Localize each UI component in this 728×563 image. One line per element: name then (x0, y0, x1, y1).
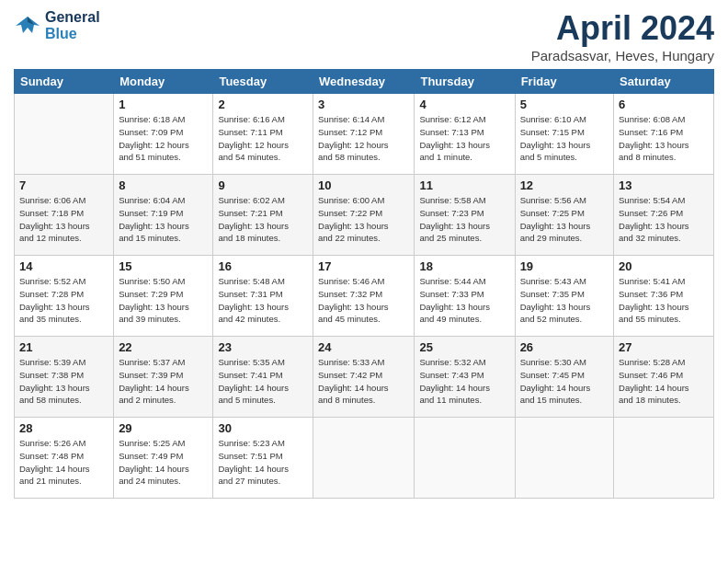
day-number: 30 (218, 421, 308, 435)
week-row-5: 28Sunrise: 5:26 AM Sunset: 7:48 PM Dayli… (15, 418, 714, 499)
day-cell: 4Sunrise: 6:12 AM Sunset: 7:13 PM Daylig… (415, 94, 515, 175)
day-number: 21 (19, 340, 108, 354)
col-header-sunday: Sunday (15, 70, 114, 94)
day-info: Sunrise: 6:08 AM Sunset: 7:16 PM Dayligh… (619, 113, 709, 164)
day-number: 27 (619, 340, 709, 354)
title-area: April 2024 Paradsasvar, Heves, Hungary (531, 9, 714, 63)
day-cell: 16Sunrise: 5:48 AM Sunset: 7:31 PM Dayli… (213, 256, 313, 337)
day-number: 8 (119, 178, 208, 192)
day-info: Sunrise: 5:23 AM Sunset: 7:51 PM Dayligh… (218, 437, 308, 488)
week-row-2: 7Sunrise: 6:06 AM Sunset: 7:18 PM Daylig… (15, 175, 714, 256)
day-number: 5 (520, 98, 609, 111)
day-cell: 17Sunrise: 5:46 AM Sunset: 7:32 PM Dayli… (313, 256, 415, 337)
day-number: 19 (520, 259, 609, 273)
day-number: 14 (19, 259, 108, 273)
day-number: 12 (520, 178, 609, 192)
day-cell: 8Sunrise: 6:04 AM Sunset: 7:19 PM Daylig… (114, 175, 213, 256)
day-cell: 21Sunrise: 5:39 AM Sunset: 7:38 PM Dayli… (15, 337, 114, 418)
logo-icon (14, 13, 41, 39)
day-number: 29 (119, 421, 208, 435)
day-info: Sunrise: 6:02 AM Sunset: 7:21 PM Dayligh… (218, 194, 308, 245)
day-cell: 19Sunrise: 5:43 AM Sunset: 7:35 PM Dayli… (515, 256, 613, 337)
day-info: Sunrise: 5:58 AM Sunset: 7:23 PM Dayligh… (419, 194, 509, 245)
day-info: Sunrise: 5:48 AM Sunset: 7:31 PM Dayligh… (218, 275, 308, 326)
day-cell: 1Sunrise: 6:18 AM Sunset: 7:09 PM Daylig… (114, 94, 213, 175)
day-number: 1 (119, 98, 208, 111)
day-cell: 12Sunrise: 5:56 AM Sunset: 7:25 PM Dayli… (515, 175, 613, 256)
day-number: 3 (318, 98, 409, 111)
day-number: 23 (218, 340, 308, 354)
day-info: Sunrise: 6:16 AM Sunset: 7:11 PM Dayligh… (218, 113, 308, 164)
day-info: Sunrise: 6:04 AM Sunset: 7:19 PM Dayligh… (119, 194, 208, 245)
day-cell: 28Sunrise: 5:26 AM Sunset: 7:48 PM Dayli… (15, 418, 114, 499)
day-cell: 3Sunrise: 6:14 AM Sunset: 7:12 PM Daylig… (313, 94, 415, 175)
day-info: Sunrise: 6:18 AM Sunset: 7:09 PM Dayligh… (119, 113, 208, 164)
day-cell: 29Sunrise: 5:25 AM Sunset: 7:49 PM Dayli… (114, 418, 213, 499)
day-number: 16 (218, 259, 308, 273)
day-number: 10 (318, 178, 409, 192)
day-cell: 6Sunrise: 6:08 AM Sunset: 7:16 PM Daylig… (614, 94, 714, 175)
day-info: Sunrise: 5:30 AM Sunset: 7:45 PM Dayligh… (520, 356, 609, 407)
day-cell: 27Sunrise: 5:28 AM Sunset: 7:46 PM Dayli… (614, 337, 714, 418)
day-info: Sunrise: 5:54 AM Sunset: 7:26 PM Dayligh… (619, 194, 709, 245)
day-cell: 24Sunrise: 5:33 AM Sunset: 7:42 PM Dayli… (313, 337, 415, 418)
day-cell: 11Sunrise: 5:58 AM Sunset: 7:23 PM Dayli… (415, 175, 515, 256)
day-info: Sunrise: 6:14 AM Sunset: 7:12 PM Dayligh… (318, 113, 409, 164)
day-info: Sunrise: 5:28 AM Sunset: 7:46 PM Dayligh… (619, 356, 709, 407)
day-cell: 20Sunrise: 5:41 AM Sunset: 7:36 PM Dayli… (614, 256, 714, 337)
week-row-3: 14Sunrise: 5:52 AM Sunset: 7:28 PM Dayli… (15, 256, 714, 337)
day-info: Sunrise: 5:33 AM Sunset: 7:42 PM Dayligh… (318, 356, 409, 407)
col-header-thursday: Thursday (415, 70, 515, 94)
col-header-saturday: Saturday (614, 70, 714, 94)
day-cell: 10Sunrise: 6:00 AM Sunset: 7:22 PM Dayli… (313, 175, 415, 256)
day-cell (313, 418, 415, 499)
day-info: Sunrise: 5:56 AM Sunset: 7:25 PM Dayligh… (520, 194, 609, 245)
day-cell: 13Sunrise: 5:54 AM Sunset: 7:26 PM Dayli… (614, 175, 714, 256)
day-number: 15 (119, 259, 208, 273)
day-number: 28 (19, 421, 108, 435)
week-row-1: 1Sunrise: 6:18 AM Sunset: 7:09 PM Daylig… (15, 94, 714, 175)
day-info: Sunrise: 5:44 AM Sunset: 7:33 PM Dayligh… (419, 275, 509, 326)
day-info: Sunrise: 5:46 AM Sunset: 7:32 PM Dayligh… (318, 275, 409, 326)
col-header-friday: Friday (515, 70, 613, 94)
day-cell: 9Sunrise: 6:02 AM Sunset: 7:21 PM Daylig… (213, 175, 313, 256)
page-header: General Blue April 2024 Paradsasvar, Hev… (14, 9, 714, 63)
day-number: 4 (419, 98, 509, 111)
day-info: Sunrise: 6:00 AM Sunset: 7:22 PM Dayligh… (318, 194, 409, 245)
col-header-wednesday: Wednesday (313, 70, 415, 94)
day-number: 20 (619, 259, 709, 273)
day-cell (15, 94, 114, 175)
day-cell: 18Sunrise: 5:44 AM Sunset: 7:33 PM Dayli… (415, 256, 515, 337)
day-number: 6 (619, 98, 709, 111)
day-info: Sunrise: 5:43 AM Sunset: 7:35 PM Dayligh… (520, 275, 609, 326)
day-cell: 15Sunrise: 5:50 AM Sunset: 7:29 PM Dayli… (114, 256, 213, 337)
day-number: 17 (318, 259, 409, 273)
day-info: Sunrise: 6:06 AM Sunset: 7:18 PM Dayligh… (19, 194, 108, 245)
day-number: 13 (619, 178, 709, 192)
day-cell: 25Sunrise: 5:32 AM Sunset: 7:43 PM Dayli… (415, 337, 515, 418)
day-number: 11 (419, 178, 509, 192)
day-info: Sunrise: 5:25 AM Sunset: 7:49 PM Dayligh… (119, 437, 208, 488)
header-row: SundayMondayTuesdayWednesdayThursdayFrid… (15, 70, 714, 94)
day-cell: 26Sunrise: 5:30 AM Sunset: 7:45 PM Dayli… (515, 337, 613, 418)
col-header-tuesday: Tuesday (213, 70, 313, 94)
day-info: Sunrise: 6:10 AM Sunset: 7:15 PM Dayligh… (520, 113, 609, 164)
day-info: Sunrise: 5:52 AM Sunset: 7:28 PM Dayligh… (19, 275, 108, 326)
day-number: 7 (19, 178, 108, 192)
day-info: Sunrise: 5:32 AM Sunset: 7:43 PM Dayligh… (419, 356, 509, 407)
day-cell: 7Sunrise: 6:06 AM Sunset: 7:18 PM Daylig… (15, 175, 114, 256)
day-cell: 22Sunrise: 5:37 AM Sunset: 7:39 PM Dayli… (114, 337, 213, 418)
logo-text-general: General (45, 9, 100, 26)
col-header-monday: Monday (114, 70, 213, 94)
logo-text-blue: Blue (45, 26, 100, 42)
day-info: Sunrise: 5:35 AM Sunset: 7:41 PM Dayligh… (218, 356, 308, 407)
calendar-subtitle: Paradsasvar, Heves, Hungary (531, 48, 714, 63)
calendar-table: SundayMondayTuesdayWednesdayThursdayFrid… (14, 69, 714, 499)
day-number: 2 (218, 98, 308, 111)
day-cell: 30Sunrise: 5:23 AM Sunset: 7:51 PM Dayli… (213, 418, 313, 499)
week-row-4: 21Sunrise: 5:39 AM Sunset: 7:38 PM Dayli… (15, 337, 714, 418)
day-cell (415, 418, 515, 499)
day-number: 18 (419, 259, 509, 273)
day-number: 24 (318, 340, 409, 354)
day-number: 22 (119, 340, 208, 354)
